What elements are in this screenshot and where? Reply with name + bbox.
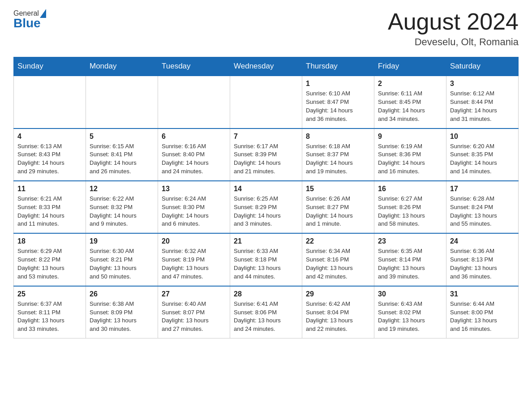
calendar-header-monday: Monday [86, 57, 158, 76]
logo-blue-text: Blue [13, 17, 41, 30]
day-number: 27 [162, 290, 226, 298]
day-info: Sunrise: 6:24 AM Sunset: 8:30 PM Dayligh… [162, 195, 226, 228]
day-number: 16 [378, 185, 442, 193]
day-info: Sunrise: 6:38 AM Sunset: 8:09 PM Dayligh… [90, 300, 154, 334]
day-info: Sunrise: 6:17 AM Sunset: 8:39 PM Dayligh… [234, 142, 298, 176]
calendar-header-thursday: Thursday [302, 57, 374, 76]
day-number: 1 [306, 80, 370, 88]
calendar-cell: 24Sunrise: 6:36 AM Sunset: 8:13 PM Dayli… [446, 233, 519, 286]
title-block: August 2024 Deveselu, Olt, Romania [388, 9, 519, 48]
calendar-cell: 18Sunrise: 6:29 AM Sunset: 8:22 PM Dayli… [14, 233, 86, 286]
calendar-table: SundayMondayTuesdayWednesdayThursdayFrid… [13, 57, 519, 338]
day-number: 4 [17, 133, 82, 141]
day-info: Sunrise: 6:36 AM Sunset: 8:13 PM Dayligh… [450, 247, 515, 281]
calendar-cell: 23Sunrise: 6:35 AM Sunset: 8:14 PM Dayli… [374, 233, 446, 286]
day-info: Sunrise: 6:42 AM Sunset: 8:04 PM Dayligh… [306, 300, 370, 334]
month-title: August 2024 [388, 9, 519, 34]
day-number: 31 [450, 290, 515, 298]
calendar-cell: 27Sunrise: 6:40 AM Sunset: 8:07 PM Dayli… [158, 286, 230, 338]
calendar-header-sunday: Sunday [14, 57, 86, 76]
calendar-cell: 31Sunrise: 6:44 AM Sunset: 8:00 PM Dayli… [446, 286, 519, 338]
calendar-cell: 9Sunrise: 6:19 AM Sunset: 8:36 PM Daylig… [374, 128, 446, 181]
day-number: 13 [162, 185, 226, 193]
day-number: 2 [378, 80, 442, 88]
day-number: 22 [306, 237, 370, 245]
day-number: 14 [234, 185, 298, 193]
day-number: 18 [17, 237, 82, 245]
calendar-cell: 11Sunrise: 6:21 AM Sunset: 8:33 PM Dayli… [14, 181, 86, 233]
calendar-week-row: 4Sunrise: 6:13 AM Sunset: 8:43 PM Daylig… [14, 128, 519, 181]
day-number: 20 [162, 237, 226, 245]
day-info: Sunrise: 6:18 AM Sunset: 8:37 PM Dayligh… [306, 142, 370, 176]
day-number: 6 [162, 133, 226, 141]
calendar-cell: 2Sunrise: 6:11 AM Sunset: 8:45 PM Daylig… [374, 76, 446, 128]
day-number: 10 [450, 133, 515, 141]
logo: General Blue [13, 9, 47, 30]
day-info: Sunrise: 6:28 AM Sunset: 8:24 PM Dayligh… [450, 195, 515, 228]
day-info: Sunrise: 6:32 AM Sunset: 8:19 PM Dayligh… [162, 247, 226, 281]
day-info: Sunrise: 6:41 AM Sunset: 8:06 PM Dayligh… [234, 300, 298, 334]
day-info: Sunrise: 6:29 AM Sunset: 8:22 PM Dayligh… [17, 247, 82, 281]
day-number: 24 [450, 237, 515, 245]
day-number: 17 [450, 185, 515, 193]
calendar-cell: 17Sunrise: 6:28 AM Sunset: 8:24 PM Dayli… [446, 181, 519, 233]
calendar-cell [14, 76, 86, 128]
calendar-week-row: 1Sunrise: 6:10 AM Sunset: 8:47 PM Daylig… [14, 76, 519, 128]
day-info: Sunrise: 6:20 AM Sunset: 8:35 PM Dayligh… [450, 142, 515, 176]
day-info: Sunrise: 6:10 AM Sunset: 8:47 PM Dayligh… [306, 90, 370, 123]
calendar-cell [86, 76, 158, 128]
calendar-cell: 1Sunrise: 6:10 AM Sunset: 8:47 PM Daylig… [302, 76, 374, 128]
day-number: 3 [450, 80, 515, 88]
day-number: 25 [17, 290, 82, 298]
calendar-header-wednesday: Wednesday [230, 57, 302, 76]
calendar-cell: 12Sunrise: 6:22 AM Sunset: 8:32 PM Dayli… [86, 181, 158, 233]
day-info: Sunrise: 6:13 AM Sunset: 8:43 PM Dayligh… [17, 142, 82, 176]
calendar-cell: 14Sunrise: 6:25 AM Sunset: 8:29 PM Dayli… [230, 181, 302, 233]
day-info: Sunrise: 6:27 AM Sunset: 8:26 PM Dayligh… [378, 195, 442, 228]
day-info: Sunrise: 6:44 AM Sunset: 8:00 PM Dayligh… [450, 300, 515, 334]
calendar-cell: 6Sunrise: 6:16 AM Sunset: 8:40 PM Daylig… [158, 128, 230, 181]
day-number: 7 [234, 133, 298, 141]
day-number: 26 [90, 290, 154, 298]
location: Deveselu, Olt, Romania [388, 36, 519, 48]
day-info: Sunrise: 6:25 AM Sunset: 8:29 PM Dayligh… [234, 195, 298, 228]
calendar-cell: 20Sunrise: 6:32 AM Sunset: 8:19 PM Dayli… [158, 233, 230, 286]
calendar-cell: 26Sunrise: 6:38 AM Sunset: 8:09 PM Dayli… [86, 286, 158, 338]
day-info: Sunrise: 6:21 AM Sunset: 8:33 PM Dayligh… [17, 195, 82, 228]
day-info: Sunrise: 6:33 AM Sunset: 8:18 PM Dayligh… [234, 247, 298, 281]
calendar-cell: 22Sunrise: 6:34 AM Sunset: 8:16 PM Dayli… [302, 233, 374, 286]
calendar-cell: 3Sunrise: 6:12 AM Sunset: 8:44 PM Daylig… [446, 76, 519, 128]
calendar-cell: 29Sunrise: 6:42 AM Sunset: 8:04 PM Dayli… [302, 286, 374, 338]
day-number: 8 [306, 133, 370, 141]
day-number: 30 [378, 290, 442, 298]
calendar-cell: 4Sunrise: 6:13 AM Sunset: 8:43 PM Daylig… [14, 128, 86, 181]
calendar-header-saturday: Saturday [446, 57, 519, 76]
calendar-cell: 21Sunrise: 6:33 AM Sunset: 8:18 PM Dayli… [230, 233, 302, 286]
calendar-cell: 25Sunrise: 6:37 AM Sunset: 8:11 PM Dayli… [14, 286, 86, 338]
calendar-cell: 10Sunrise: 6:20 AM Sunset: 8:35 PM Dayli… [446, 128, 519, 181]
calendar-cell: 19Sunrise: 6:30 AM Sunset: 8:21 PM Dayli… [86, 233, 158, 286]
calendar-header-row: SundayMondayTuesdayWednesdayThursdayFrid… [14, 57, 519, 76]
calendar-week-row: 11Sunrise: 6:21 AM Sunset: 8:33 PM Dayli… [14, 181, 519, 233]
day-number: 9 [378, 133, 442, 141]
logo-triangle-icon [40, 9, 46, 18]
calendar-cell: 30Sunrise: 6:43 AM Sunset: 8:02 PM Dayli… [374, 286, 446, 338]
day-info: Sunrise: 6:22 AM Sunset: 8:32 PM Dayligh… [90, 195, 154, 228]
calendar-cell: 28Sunrise: 6:41 AM Sunset: 8:06 PM Dayli… [230, 286, 302, 338]
calendar-cell: 13Sunrise: 6:24 AM Sunset: 8:30 PM Dayli… [158, 181, 230, 233]
day-number: 28 [234, 290, 298, 298]
calendar-cell: 5Sunrise: 6:15 AM Sunset: 8:41 PM Daylig… [86, 128, 158, 181]
day-info: Sunrise: 6:34 AM Sunset: 8:16 PM Dayligh… [306, 247, 370, 281]
calendar-cell: 15Sunrise: 6:26 AM Sunset: 8:27 PM Dayli… [302, 181, 374, 233]
day-number: 5 [90, 133, 154, 141]
day-number: 11 [17, 185, 82, 193]
day-info: Sunrise: 6:43 AM Sunset: 8:02 PM Dayligh… [378, 300, 442, 334]
day-info: Sunrise: 6:26 AM Sunset: 8:27 PM Dayligh… [306, 195, 370, 228]
day-info: Sunrise: 6:37 AM Sunset: 8:11 PM Dayligh… [17, 300, 82, 334]
day-number: 23 [378, 237, 442, 245]
day-info: Sunrise: 6:40 AM Sunset: 8:07 PM Dayligh… [162, 300, 226, 334]
calendar-cell [158, 76, 230, 128]
day-number: 12 [90, 185, 154, 193]
calendar-header-tuesday: Tuesday [158, 57, 230, 76]
day-number: 19 [90, 237, 154, 245]
